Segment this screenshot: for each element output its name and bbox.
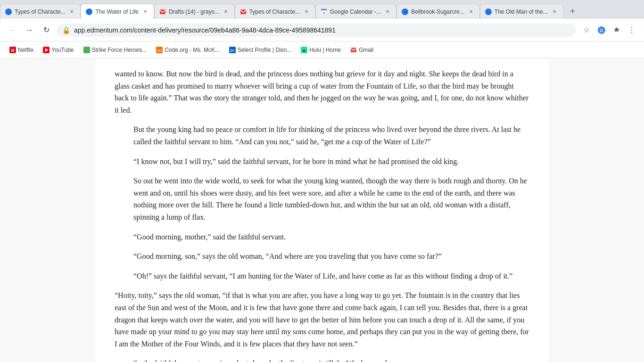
- new-tab-button[interactable]: +: [565, 4, 580, 19]
- tab-types-of-characters-2[interactable]: Types of Characte... ✕: [235, 4, 315, 19]
- article-paragraph-6: “Good morning, son,” says the old woman,…: [133, 250, 529, 263]
- tab3-label: Drafts (14) - grays...: [169, 8, 219, 15]
- tab5-label: Google Calendar -...: [330, 8, 381, 15]
- bookmark-disney[interactable]: D+ Select Profile | Disn...: [225, 45, 296, 55]
- svg-rect-5: [321, 9, 327, 10]
- bookmarks-bar: N Netflix YouTube Strike Force Heroes...…: [0, 41, 644, 58]
- bookmark-netflix-label: Netflix: [18, 47, 33, 53]
- article-container: wanted to know. But now the bird is dead…: [96, 58, 548, 362]
- tab2-close[interactable]: ✕: [141, 8, 149, 16]
- bookmark-strike-force-label: Strike Force Heroes...: [92, 47, 147, 53]
- bookmark-hulu[interactable]: H Hulu | Home: [297, 45, 344, 55]
- reload-button[interactable]: ↻: [40, 24, 53, 37]
- article-paragraph-5: “Good morning, mother,” said the faithfu…: [133, 231, 529, 243]
- paragraph-4-text: So out he went into the wide world, to s…: [133, 177, 527, 221]
- browser-window: Types of Characte... ✕ The Water of Life…: [0, 0, 644, 362]
- tab4-label: Types of Characte...: [249, 8, 300, 15]
- svg-text:H: H: [303, 49, 305, 52]
- address-bar[interactable]: 🔒 app.edmentum.com/content-delivery/reso…: [57, 24, 576, 37]
- paragraph-9-text: So the faithful servant came in and sat …: [133, 359, 404, 362]
- paragraph-2-text: But the young king had no peace or comfo…: [133, 125, 520, 146]
- tab6-favicon: [402, 8, 408, 15]
- paragraph-1-text: wanted to know. But now the bird is dead…: [115, 70, 528, 114]
- svg-point-8: [485, 8, 492, 15]
- menu-button[interactable]: ⋮: [625, 24, 638, 37]
- svg-rect-15: [83, 47, 90, 53]
- tab3-close[interactable]: ✕: [222, 8, 230, 16]
- tab5-close[interactable]: ✕: [384, 8, 391, 16]
- tab-drafts[interactable]: Drafts (14) - grays... ✕: [154, 4, 235, 19]
- svg-text:</>: </>: [157, 49, 162, 52]
- bookmark-youtube-label: YouTube: [51, 47, 74, 53]
- tab1-close[interactable]: ✕: [68, 8, 75, 16]
- bookmark-strike-force[interactable]: Strike Force Heroes...: [80, 45, 151, 55]
- svg-rect-22: [351, 48, 356, 52]
- tab7-label: The Old Man of the...: [495, 8, 548, 15]
- paragraph-7-text: “Oh!” says the faithful servant, “I am h…: [133, 272, 512, 280]
- paragraph-3-text: “I know not, but I will try,” said the f…: [133, 157, 459, 165]
- tab2-label: The Water of Life: [95, 8, 139, 15]
- bookmark-codeorg-label: Code.org - Ms. McK...: [165, 47, 220, 53]
- svg-point-1: [86, 8, 92, 15]
- tab-bar: Types of Characte... ✕ The Water of Life…: [0, 0, 644, 19]
- navigation-bar: ← → ↻ 🔒 app.edmentum.com/content-deliver…: [0, 19, 644, 41]
- article-paragraph-4: So out he went into the wide world, to s…: [133, 175, 529, 223]
- tab-types-of-characters[interactable]: Types of Characte... ✕: [0, 4, 81, 19]
- url-text: app.edmentum.com/content-delivery/resour…: [74, 26, 570, 34]
- article-paragraph-7: “Oh!” says the faithful servant, “I am h…: [133, 270, 529, 282]
- tab6-label: Bellbrook-Sugarcre...: [411, 8, 464, 15]
- svg-rect-3: [240, 9, 246, 14]
- translate-button[interactable]: G: [595, 24, 608, 37]
- paragraph-8-text: “Hoity, toity,” says the old woman, “if …: [115, 291, 529, 347]
- svg-text:N: N: [11, 48, 15, 53]
- tab6-close[interactable]: ✕: [467, 8, 475, 16]
- nav-actions: ☆ G ⋮: [580, 24, 638, 37]
- tab4-close[interactable]: ✕: [303, 8, 310, 16]
- lock-icon: 🔒: [62, 26, 70, 34]
- bookmark-gmail-label: Gmail: [359, 47, 373, 53]
- svg-point-0: [5, 8, 12, 15]
- tab7-close[interactable]: ✕: [551, 8, 558, 16]
- svg-text:31: 31: [322, 11, 326, 14]
- bookmark-codeorg[interactable]: </> Code.org - Ms. McK...: [152, 45, 223, 55]
- svg-point-7: [402, 8, 408, 15]
- tab2-favicon: [86, 8, 92, 15]
- paragraph-6-text: “Good morning, son,” says the old woman,…: [133, 252, 442, 260]
- tab3-favicon: [159, 8, 166, 15]
- back-button[interactable]: ←: [6, 24, 19, 37]
- tab-old-man[interactable]: The Old Man of the... ✕: [480, 4, 563, 19]
- page-content: wanted to know. But now the bird is dead…: [0, 58, 644, 362]
- tab1-label: Types of Characte...: [15, 8, 65, 15]
- svg-text:G: G: [600, 28, 603, 33]
- bookmark-youtube[interactable]: YouTube: [39, 45, 77, 55]
- svg-text:D+: D+: [230, 49, 234, 52]
- tab-google-calendar[interactable]: 31 Google Calendar -... ✕: [315, 4, 396, 19]
- tab4-favicon: [240, 8, 247, 15]
- tab-water-of-life[interactable]: The Water of Life ✕: [81, 4, 154, 19]
- article-paragraph-8: “Hoity, toity,” says the old woman, “if …: [115, 289, 529, 350]
- paragraph-5-text: “Good morning, mother,” said the faithfu…: [133, 233, 286, 241]
- article-paragraph-3: “I know not, but I will try,” said the f…: [133, 156, 529, 168]
- forward-button[interactable]: →: [23, 24, 36, 37]
- tab7-favicon: [485, 8, 492, 15]
- extensions-button[interactable]: [610, 24, 623, 37]
- bookmark-netflix[interactable]: N Netflix: [6, 45, 37, 55]
- tab-bellbrook[interactable]: Bellbrook-Sugarcre... ✕: [396, 4, 480, 19]
- bookmark-gmail[interactable]: Gmail: [347, 45, 377, 55]
- svg-rect-2: [160, 9, 165, 14]
- bookmark-disney-label: Select Profile | Disn...: [238, 47, 292, 53]
- bookmark-hulu-label: Hulu | Home: [309, 47, 340, 53]
- article-paragraph-1: wanted to know. But now the bird is dead…: [115, 68, 529, 116]
- bookmark-button[interactable]: ☆: [580, 24, 593, 37]
- article-paragraph-9: So the faithful servant came in and sat …: [133, 357, 529, 362]
- article-paragraph-2: But the young king had no peace or comfo…: [133, 123, 529, 148]
- tab5-favicon: 31: [321, 8, 327, 15]
- tab1-favicon: [5, 8, 12, 15]
